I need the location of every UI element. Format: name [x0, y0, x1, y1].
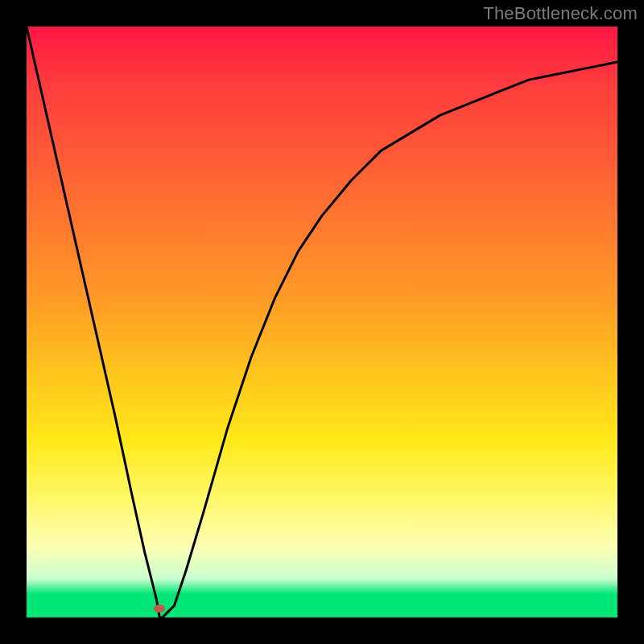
chart-frame: TheBottleneck.com: [0, 0, 644, 644]
plot-area: [27, 27, 617, 617]
watermark-text: TheBottleneck.com: [483, 3, 638, 24]
curve-path: [27, 27, 617, 617]
bottleneck-curve: [27, 27, 617, 617]
